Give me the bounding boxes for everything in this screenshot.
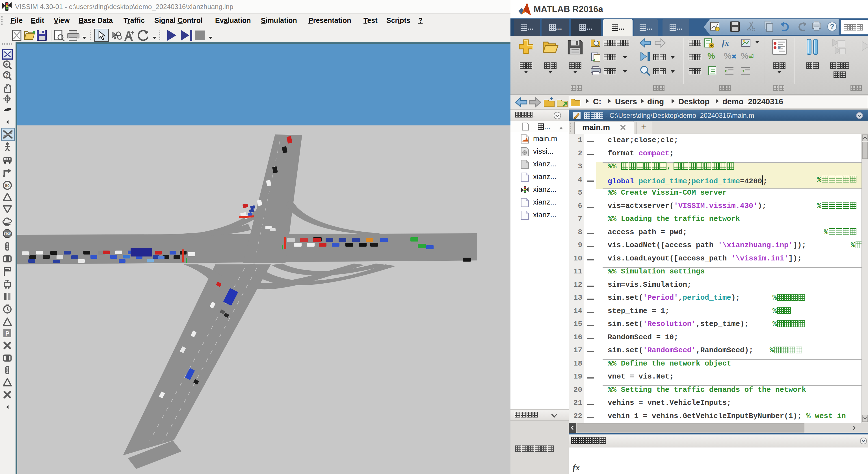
svg-text:?: ? bbox=[830, 23, 834, 31]
